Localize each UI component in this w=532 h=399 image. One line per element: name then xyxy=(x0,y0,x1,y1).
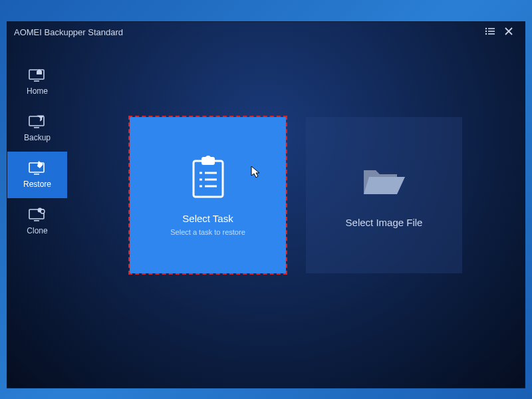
sidebar: Home Backup xyxy=(7,42,67,388)
sidebar-item-restore[interactable]: Restore xyxy=(7,152,67,198)
main-content: Select Task Select a task to restore Sel… xyxy=(67,42,525,388)
menu-list-icon xyxy=(485,27,495,37)
sidebar-item-label: Backup xyxy=(24,133,51,142)
monitor-arrow-icon xyxy=(28,114,47,129)
sidebar-item-clone[interactable]: Clone xyxy=(7,198,67,245)
monitor-home-icon xyxy=(28,68,47,82)
menu-button[interactable] xyxy=(481,23,499,41)
monitor-pencil-icon xyxy=(28,161,47,176)
sidebar-item-home[interactable]: Home xyxy=(7,59,67,105)
svg-point-2 xyxy=(485,30,487,31)
app-title: AOMEI Backupper Standard xyxy=(14,27,481,37)
select-image-title: Select Image File xyxy=(346,217,423,228)
close-button[interactable] xyxy=(499,23,518,41)
sidebar-item-label: Clone xyxy=(27,226,47,235)
svg-point-18 xyxy=(205,156,211,161)
sidebar-item-backup[interactable]: Backup xyxy=(7,105,67,152)
app-body: Home Backup xyxy=(7,42,525,388)
svg-rect-7 xyxy=(34,80,39,82)
svg-rect-9 xyxy=(34,127,39,128)
svg-rect-13 xyxy=(34,220,39,221)
svg-point-0 xyxy=(485,27,487,29)
svg-rect-3 xyxy=(488,31,495,32)
sidebar-item-label: Home xyxy=(27,86,48,96)
select-task-subtitle: Select a task to restore xyxy=(170,228,245,236)
titlebar: AOMEI Backupper Standard xyxy=(7,22,525,42)
clipboard-list-icon xyxy=(185,154,231,201)
app-window: AOMEI Backupper Standard xyxy=(7,21,525,388)
select-image-card[interactable]: Select Image File xyxy=(306,117,462,273)
svg-rect-1 xyxy=(488,28,495,29)
sidebar-item-label: Restore xyxy=(23,180,51,189)
select-task-card[interactable]: Select Task Select a task to restore xyxy=(130,117,286,273)
select-task-title: Select Task xyxy=(182,213,233,224)
svg-rect-5 xyxy=(488,33,495,35)
close-icon xyxy=(505,27,513,37)
monitor-disks-icon xyxy=(28,207,47,222)
svg-point-4 xyxy=(485,33,487,34)
folder-open-icon xyxy=(361,158,408,205)
svg-rect-11 xyxy=(34,174,39,175)
svg-point-15 xyxy=(41,209,45,213)
